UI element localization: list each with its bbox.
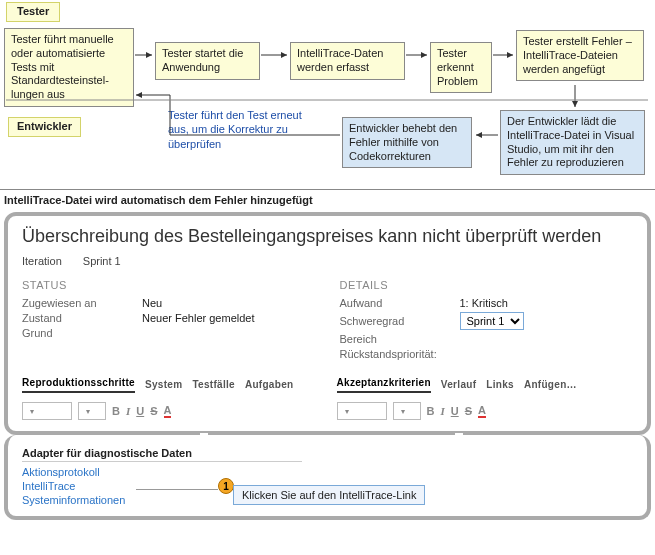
tab-attach[interactable]: Anfügen… [524, 379, 577, 393]
font-family-combo-2[interactable] [337, 402, 387, 420]
details-section: Details Aufwand1: Kritisch Schweregrad S… [340, 279, 634, 363]
arrow-note: Tester führt den Test erneut aus, um die… [168, 108, 308, 151]
bold-button[interactable]: B [112, 405, 120, 417]
tab-acceptance[interactable]: Akzeptanzkriterien [337, 377, 431, 393]
status-section: Status Zugewiesen anNeu ZustandNeuer Feh… [22, 279, 316, 363]
step-capture-data: IntelliTrace-Daten werden erfasst [290, 42, 405, 80]
font-color-button[interactable]: A [164, 404, 172, 418]
callout-connector [136, 489, 218, 490]
role-dev-label: Entwickler [8, 117, 81, 137]
font-size-combo-2[interactable] [393, 402, 421, 420]
strike-button[interactable]: S [150, 405, 157, 417]
severity-label: Schweregrad [340, 315, 460, 327]
reason-label: Grund [22, 327, 142, 339]
step-detect-problem: Tester erkennt Problem [430, 42, 492, 93]
strike-button-2[interactable]: S [465, 405, 472, 417]
tab-links[interactable]: Links [486, 379, 514, 393]
effort-value: 1: Kritisch [460, 297, 508, 309]
diagnostic-panel: Adapter für diagnostische Daten Aktionsp… [4, 435, 651, 520]
assigned-to-value: Neu [142, 297, 162, 309]
bug-title: Überschreibung des Bestelleingangspreise… [22, 226, 633, 247]
workflow-diagram: Tester Tester führt manuelle oder automa… [0, 0, 655, 190]
details-header: Details [340, 279, 634, 291]
step-start-app: Tester startet die Anwendung [155, 42, 260, 80]
right-editor-toolbar: B I U S A [337, 399, 634, 423]
italic-button[interactable]: I [126, 405, 130, 417]
left-tabs: Reproduktionsschritte System Testfälle A… [22, 377, 319, 393]
step-dev-load: Der Entwickler lädt die IntelliTrace-Dat… [500, 110, 645, 175]
italic-button-2[interactable]: I [440, 405, 444, 417]
bug-form-panel: Überschreibung des Bestelleingangspreise… [4, 212, 651, 435]
callout-number: 1 [218, 478, 234, 494]
backlog-label: Rückstandspriorität: [340, 348, 460, 360]
role-tester-label: Tester [6, 2, 60, 22]
status-header: Status [22, 279, 316, 291]
font-size-combo[interactable] [78, 402, 106, 420]
step-dev-fix: Entwickler behebt den Fehler mithilfe vo… [342, 117, 472, 168]
iteration-label: Iteration [22, 255, 62, 267]
bold-button-2[interactable]: B [427, 405, 435, 417]
underline-button-2[interactable]: U [451, 405, 459, 417]
area-label: Bereich [340, 333, 460, 345]
iteration-value: Sprint 1 [83, 255, 121, 267]
font-color-button-2[interactable]: A [478, 404, 486, 418]
right-tabs: Akzeptanzkriterien Verlauf Links Anfügen… [337, 377, 634, 393]
font-family-combo[interactable] [22, 402, 72, 420]
caption: IntelliTrace-Datei wird automatisch dem … [0, 190, 655, 210]
tab-testcases[interactable]: Testfälle [192, 379, 235, 393]
left-editor-toolbar: B I U S A [22, 399, 319, 423]
callout-box: Klicken Sie auf den IntelliTrace-Link [233, 485, 425, 505]
assigned-to-label: Zugewiesen an [22, 297, 142, 309]
step-run-tests: Tester führt manuelle oder automatisiert… [4, 28, 134, 107]
tab-system[interactable]: System [145, 379, 182, 393]
tab-history[interactable]: Verlauf [441, 379, 476, 393]
effort-label: Aufwand [340, 297, 460, 309]
diagnostic-header: Adapter für diagnostische Daten [22, 447, 302, 462]
step-create-bug: Tester erstellt Fehler – IntelliTrace-Da… [516, 30, 644, 81]
state-value: Neuer Fehler gemeldet [142, 312, 255, 324]
iteration-row: Iteration Sprint 1 [22, 255, 633, 267]
severity-select[interactable]: Sprint 1 [460, 312, 524, 330]
link-action-log[interactable]: Aktionsprotokoll [22, 466, 633, 478]
tab-repro-steps[interactable]: Reproduktionsschritte [22, 377, 135, 393]
underline-button[interactable]: U [136, 405, 144, 417]
state-label: Zustand [22, 312, 142, 324]
tab-tasks[interactable]: Aufgaben [245, 379, 294, 393]
